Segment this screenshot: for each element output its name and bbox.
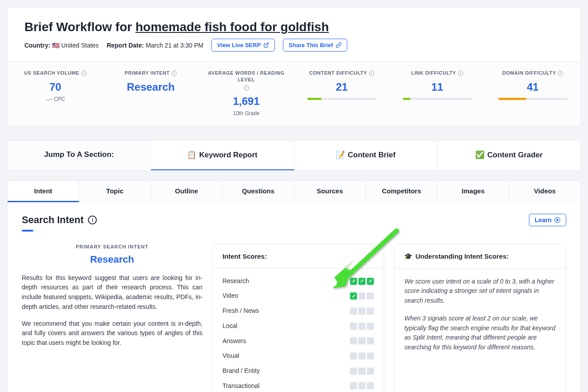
intent-score-row: Video: [222, 291, 374, 301]
intent-description-p1: Results for this keyword suggest that us…: [22, 273, 203, 312]
stat-cell: US SEARCH VOLUME i 70 -.-- CPC: [8, 62, 103, 126]
info-icon[interactable]: i: [369, 71, 374, 76]
svg-line-0: [266, 43, 268, 46]
score-box: [350, 337, 357, 344]
score-box: [350, 292, 357, 300]
score-boxes: [350, 382, 374, 389]
stat-label: CONTENT DIFFICULTY i: [298, 70, 385, 76]
sub-tabs: IntentTopicOutlineQuestionsSourcesCompet…: [7, 180, 581, 202]
content-area: Search Intent i Learn PRIMARY SEARCH INT…: [8, 202, 580, 392]
search-intent-heading: Search Intent i: [22, 214, 97, 226]
view-live-serp-button[interactable]: View Live SERP: [211, 39, 275, 52]
intent-score-row: Research: [222, 276, 374, 286]
view-live-serp-label: View Live SERP: [217, 42, 261, 48]
intent-scores-title: Intent Scores:: [213, 244, 384, 268]
tab-emoji-icon: 📋: [187, 151, 196, 159]
score-box: [367, 323, 374, 330]
share-brief-label: Share This Brief: [289, 42, 333, 48]
sub-tab[interactable]: Competitors: [366, 181, 437, 202]
page-title: Brief Workflow for homemade fish food fo…: [24, 20, 564, 34]
sub-tab[interactable]: Intent: [8, 181, 79, 202]
score-box: [367, 352, 374, 360]
intent-score-name: Research: [222, 276, 249, 286]
stat-sub: -.-- CPC: [12, 96, 99, 102]
score-boxes: [350, 368, 374, 375]
difficulty-bar: [498, 98, 568, 100]
report-date-label: Report Date:: [107, 42, 144, 49]
jump-tab-label: Keyword Report: [199, 151, 257, 159]
score-box: [367, 278, 374, 285]
stat-value: 11: [394, 81, 481, 93]
intent-score-name: Video: [222, 291, 238, 301]
stat-label: DOMAIN DIFFICULTY i: [489, 70, 576, 76]
score-box: [350, 323, 357, 330]
intent-score-name: Answers: [222, 336, 246, 346]
share-brief-button[interactable]: Share This Brief: [283, 39, 347, 52]
intent-scores-panel: Intent Scores: ResearchVideoFresh / News…: [212, 244, 385, 392]
report-date-group: Report Date: March 21 at 3:30 PM: [107, 42, 203, 49]
score-box: [358, 368, 366, 375]
intent-score-name: Local: [222, 321, 237, 331]
sub-tab[interactable]: Sources: [294, 181, 366, 202]
info-icon[interactable]: i: [88, 216, 97, 224]
difficulty-bar: [403, 98, 472, 100]
understanding-panel: 🎓 Understanding Intent Scores: We score …: [394, 244, 566, 392]
score-box: [358, 278, 366, 285]
stat-cell: PRIMARY INTENT i Research: [103, 62, 199, 126]
tab-emoji-icon: ✅: [475, 151, 485, 159]
info-icon[interactable]: i: [171, 71, 177, 76]
jump-tab[interactable]: 📝Content Brief: [294, 140, 438, 170]
intent-score-name: Brand / Entity: [222, 366, 260, 376]
score-box: [358, 382, 366, 389]
title-keyword: homemade fish food for goldfish: [135, 20, 329, 34]
country-group: Country: 🇺🇸 United States: [24, 42, 99, 49]
jump-tab[interactable]: 📋Keyword Report: [151, 140, 294, 170]
understanding-p2: When 3 signals score at least 2 on our s…: [404, 314, 556, 352]
info-icon[interactable]: i: [81, 71, 87, 76]
score-box: [350, 278, 357, 285]
graduation-cap-icon: 🎓: [404, 252, 413, 260]
understanding-p1: We score user intent on a scale of 0 to …: [404, 277, 556, 306]
stats-row: US SEARCH VOLUME i 70 -.-- CPC PRIMARY I…: [8, 61, 580, 126]
meta-row: Country: 🇺🇸 United States Report Date: M…: [24, 39, 564, 52]
sub-tab[interactable]: Videos: [509, 181, 580, 202]
sub-tab[interactable]: Questions: [222, 181, 294, 202]
intent-score-row: Transactional: [222, 381, 374, 391]
intent-columns: PRIMARY SEARCH INTENT Research Results f…: [22, 244, 566, 392]
info-icon[interactable]: i: [558, 71, 563, 76]
accent-underline: [22, 230, 33, 232]
understanding-body: We score user intent on a scale of 0 to …: [394, 269, 566, 368]
svg-marker-2: [557, 219, 559, 221]
score-box: [350, 352, 357, 360]
sub-tab[interactable]: Images: [437, 181, 509, 202]
score-boxes: [350, 292, 374, 300]
intent-score-row: Answers: [222, 336, 374, 346]
stat-cell: AVERAGE WORDS / READING LEVEL i 1,691 10…: [199, 62, 294, 126]
stat-value: 70: [12, 81, 99, 93]
summary-card: Brief Workflow for homemade fish food fo…: [7, 7, 581, 127]
country-label: Country:: [24, 42, 50, 49]
sub-tab[interactable]: Topic: [79, 181, 151, 202]
stat-value: Research: [107, 81, 194, 93]
stat-cell: LINK DIFFICULTY i 11: [389, 62, 485, 126]
stat-label: AVERAGE WORDS / READING LEVEL i: [203, 70, 290, 91]
score-box: [367, 382, 374, 389]
understanding-title: 🎓 Understanding Intent Scores:: [394, 244, 566, 269]
learn-button-label: Learn: [535, 216, 552, 224]
info-icon[interactable]: i: [458, 71, 463, 76]
intent-score-row: Local: [222, 321, 374, 331]
score-boxes: [350, 352, 374, 360]
score-boxes: [350, 308, 374, 315]
primary-intent-column: PRIMARY SEARCH INTENT Research Results f…: [22, 244, 203, 392]
score-box: [367, 292, 374, 300]
sub-tab[interactable]: Outline: [151, 181, 222, 202]
info-icon[interactable]: i: [244, 85, 249, 91]
stat-cell: DOMAIN DIFFICULTY i 41: [485, 62, 580, 126]
understanding-title-text: Understanding Intent Scores:: [415, 252, 509, 260]
primary-search-intent-value: Research: [22, 254, 203, 265]
jump-tab-label: Content Brief: [348, 151, 396, 159]
jump-tab[interactable]: ✅Content Grader: [437, 140, 580, 170]
stat-label: LINK DIFFICULTY i: [394, 70, 481, 76]
tab-emoji-icon: 📝: [336, 151, 345, 159]
learn-button[interactable]: Learn: [529, 214, 566, 226]
